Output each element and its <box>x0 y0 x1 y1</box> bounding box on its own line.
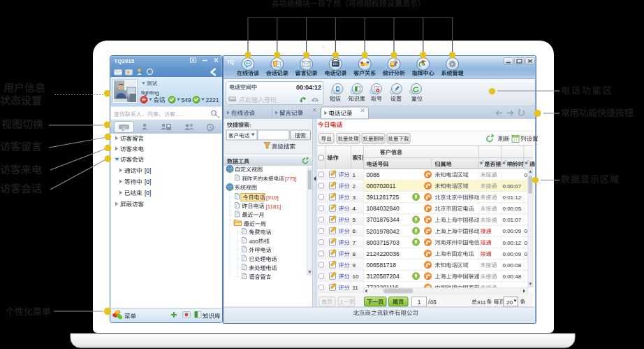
svg-text:[775]: [775] <box>285 176 297 182</box>
svg-text:400: 400 <box>249 238 259 245</box>
svg-text:[0]: [0] <box>145 167 151 174</box>
svg-text:0: 0 <box>525 251 528 257</box>
svg-text:3120587204: 3120587204 <box>367 273 400 280</box>
svg-text:0086: 0086 <box>367 171 380 178</box>
svg-text:2124220036: 2124220036 <box>367 250 400 257</box>
svg-text:4: 4 <box>353 206 356 212</box>
svg-text:00:04:12: 00:04:12 <box>296 84 321 91</box>
svg-text:5201978042: 5201978042 <box>367 228 400 235</box>
svg-text:9: 9 <box>353 262 356 269</box>
svg-text:1084032840: 1084032840 <box>367 205 400 212</box>
svg-text:[1181]: [1181] <box>266 204 281 210</box>
svg-text:10: 10 <box>353 273 359 280</box>
svg-text:[0]: [0] <box>145 190 151 197</box>
svg-text:0:00:08: 0:00:08 <box>503 262 522 269</box>
svg-text:0:00:05: 0:00:05 <box>503 206 522 212</box>
svg-text:5: 5 <box>353 217 356 223</box>
svg-text:fighting: fighting <box>141 90 159 96</box>
svg-text:20: 20 <box>506 299 513 306</box>
svg-text::: : <box>249 122 251 129</box>
svg-text:0: 0 <box>525 172 528 178</box>
svg-text:11: 11 <box>353 285 359 291</box>
svg-text:1: 1 <box>418 299 421 306</box>
svg-text:549: 549 <box>182 97 191 104</box>
svg-text:0:00:48: 0:00:48 <box>503 273 522 280</box>
svg-text:000702011: 000702011 <box>367 183 396 190</box>
svg-text:911: 911 <box>477 299 486 306</box>
svg-text:8: 8 <box>353 251 356 257</box>
svg-text:8003715703: 8003715703 <box>367 239 400 246</box>
svg-text:0:00:09: 0:00:09 <box>503 228 522 234</box>
svg-text:0: 0 <box>525 228 528 234</box>
svg-text:0:01:07: 0:01:07 <box>503 217 522 223</box>
svg-text:2221: 2221 <box>206 97 219 104</box>
svg-text:/46: /46 <box>428 299 437 306</box>
svg-text:2: 2 <box>353 183 356 190</box>
svg-text:TQ2015: TQ2015 <box>115 58 135 64</box>
svg-text:1: 1 <box>353 172 356 178</box>
svg-text:0:00:12: 0:00:12 <box>503 240 522 246</box>
svg-text:......: ...... <box>175 111 184 117</box>
svg-text:[910]: [910] <box>266 194 279 201</box>
svg-text:006581718: 006581718 <box>367 262 397 269</box>
svg-text:6: 6 <box>353 228 356 234</box>
svg-text:7: 7 <box>353 240 356 246</box>
svg-text:3911261725: 3911261725 <box>367 194 400 201</box>
svg-text:0:01:12: 0:01:12 <box>503 194 522 201</box>
svg-text:3701876344: 3701876344 <box>367 216 400 223</box>
svg-text:3: 3 <box>353 194 356 201</box>
svg-text:0: 0 <box>525 240 528 246</box>
svg-text:0:00:09: 0:00:09 <box>503 251 522 257</box>
svg-text:TQ: TQ <box>227 59 235 65</box>
svg-text:[0]: [0] <box>145 178 151 185</box>
svg-text:0:00:07: 0:00:07 <box>503 183 522 190</box>
